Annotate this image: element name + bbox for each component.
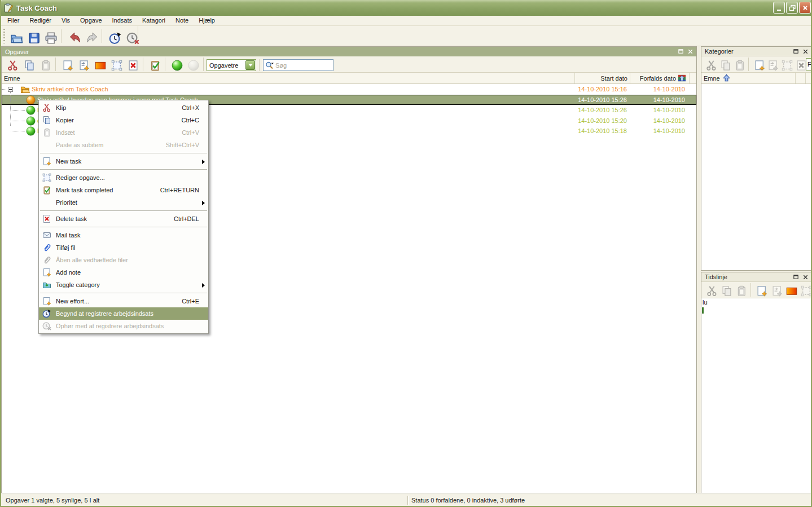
print-button[interactable]	[42, 29, 56, 43]
menubar-item-opgave[interactable]: Opgave	[75, 16, 107, 25]
submenu-arrow-icon	[202, 160, 205, 164]
toolbar-separator	[55, 58, 56, 71]
note-icon	[42, 268, 51, 277]
new-task-button[interactable]	[60, 58, 73, 71]
mark-completed-button[interactable]	[147, 58, 161, 71]
menubar-item-note[interactable]: Note	[170, 16, 194, 25]
viewmode-combobox[interactable]: Opgavetre	[207, 59, 256, 71]
menu-item-klip[interactable]: KlipCtrl+X	[39, 102, 208, 114]
menu-item-label: Delete task	[56, 215, 174, 222]
edit-task-button	[800, 283, 811, 297]
menu-separator	[40, 169, 207, 170]
column-header-forfalds-dato[interactable]: Forfalds dato	[630, 73, 690, 83]
minimize-button[interactable]	[773, 2, 785, 14]
menu-item-shortcut: Ctrl+E	[182, 298, 199, 305]
menu-item-mail-task[interactable]: Mail task	[39, 229, 208, 241]
combobox-dropdown-button[interactable]	[245, 60, 255, 70]
panel-close-button[interactable]	[802, 274, 809, 281]
kategorier-caption[interactable]: Kategorier	[701, 47, 811, 56]
tree-line	[2, 89, 6, 90]
task-start-date: 14-10-2010 15:16	[575, 86, 630, 92]
panel-close-button[interactable]	[687, 48, 694, 55]
save-file-button[interactable]	[25, 29, 39, 43]
header-divider	[805, 73, 806, 83]
new-task-icon	[756, 285, 765, 294]
menubar-item-hjlp[interactable]: Hjælp	[194, 16, 220, 25]
tree-expander[interactable]	[8, 87, 13, 92]
edit-task-button[interactable]	[109, 58, 122, 71]
statusbar-tasks-summary: Opgaver 1 valgte, 5 synlige, 5 I alt	[1, 497, 407, 504]
ball-gray-icon	[188, 60, 197, 69]
menu-item-mark-task-completed[interactable]: Mark task completedCtrl+RETURN	[39, 184, 208, 196]
menu-item-label: Mark task completed	[56, 187, 160, 193]
start-effort-button[interactable]	[107, 29, 121, 43]
new-subtask-button[interactable]	[76, 58, 90, 71]
menu-item-add-note[interactable]: Add note	[39, 266, 208, 279]
tidslinje-caption[interactable]: Tidslinje	[701, 272, 811, 282]
main-toolbar	[1, 26, 138, 46]
menubar-item-indsats[interactable]: Indsats	[107, 16, 137, 25]
toolbar-grip[interactable]	[3, 29, 5, 43]
panel-splitter[interactable]	[697, 46, 701, 493]
delete-task-button[interactable]	[125, 58, 139, 71]
copy-button[interactable]	[21, 58, 35, 71]
panel-restore-button[interactable]	[792, 48, 800, 55]
column-header-emne[interactable]: Emne	[701, 73, 811, 83]
panel-close-button[interactable]	[802, 48, 809, 55]
minimize-icon	[775, 4, 783, 12]
undo-button[interactable]	[66, 29, 80, 43]
new-subtask-icon	[767, 60, 776, 69]
redo-button[interactable]	[83, 29, 97, 43]
column-header-start-dato[interactable]: Start dato	[575, 73, 630, 83]
category-filter-field[interactable]: F	[806, 58, 811, 70]
task-start-date: 14-10-2010 15:18	[575, 127, 630, 134]
folder-orange-icon	[20, 85, 29, 94]
task-row[interactable]: Skriv artikel om Task Coach14-10-2010 15…	[2, 84, 696, 95]
ball-green-icon	[172, 60, 181, 69]
task-context-menu: KlipCtrl+XKopierCtrl+CIndsætCtrl+VPaste …	[38, 100, 209, 334]
new-task-button[interactable]	[755, 283, 767, 297]
new-task-button[interactable]	[753, 58, 764, 71]
stop-effort-button[interactable]	[124, 29, 138, 43]
task-start-date: 14-10-2010 15:20	[575, 117, 630, 124]
kategorier-title: Kategorier	[705, 48, 734, 55]
paste-button	[38, 58, 51, 71]
priority-color-button[interactable]	[93, 58, 106, 71]
priority-color-button[interactable]	[784, 283, 796, 297]
close-button[interactable]	[799, 2, 811, 14]
panel-restore-button[interactable]	[792, 274, 800, 281]
edit-task-icon	[801, 285, 810, 294]
menu-item-begynd-at-registrere-arbejdsindsats[interactable]: Begynd at registrere arbejdsindsats	[39, 307, 208, 320]
menu-item-label: Klip	[56, 104, 182, 111]
menu-item-label: New effort...	[56, 298, 182, 305]
search-input[interactable]	[274, 61, 333, 69]
panel-close-icon	[802, 49, 809, 55]
menu-item-kopier[interactable]: KopierCtrl+C	[39, 114, 208, 126]
restore-button[interactable]	[786, 2, 798, 14]
menu-item-toggle-category[interactable]: Toggle category	[39, 279, 208, 291]
menubar-item-redigr[interactable]: Redigér	[24, 16, 56, 25]
menu-item-prioritet[interactable]: Prioritet	[39, 196, 208, 209]
category-list-empty[interactable]	[701, 84, 811, 270]
menu-item-tilf-j-fil[interactable]: Tilføj fil	[39, 241, 208, 254]
column-header-emne[interactable]: Emne	[2, 73, 575, 83]
ball-green-button[interactable]	[169, 58, 183, 71]
new-subtask-button	[766, 58, 778, 71]
cut-button[interactable]	[5, 58, 19, 71]
menu-item-delete-task[interactable]: Delete taskCtrl+DEL	[39, 213, 208, 225]
menu-item-new-task[interactable]: New task	[39, 155, 208, 167]
column-label: Emne	[704, 75, 720, 82]
open-file-icon	[10, 32, 19, 41]
mark-completed-icon	[150, 60, 159, 69]
opgaver-caption[interactable]: Opgaver	[2, 47, 696, 56]
panel-restore-button[interactable]	[677, 48, 684, 55]
menu-item-new-effort[interactable]: New effort...Ctrl+E	[39, 295, 208, 307]
open-file-button[interactable]	[8, 29, 22, 43]
menubar-item-katagori[interactable]: Katagori	[137, 16, 170, 25]
menu-item-rediger-opgave[interactable]: Rediger opgave...	[39, 171, 208, 184]
menubar-item-vis[interactable]: Vis	[56, 16, 75, 25]
menu-item-label: New task	[56, 158, 205, 165]
menubar-item-filer[interactable]: Filer	[2, 16, 24, 25]
edit-task-icon	[782, 60, 791, 69]
menu-separator	[40, 153, 207, 153]
